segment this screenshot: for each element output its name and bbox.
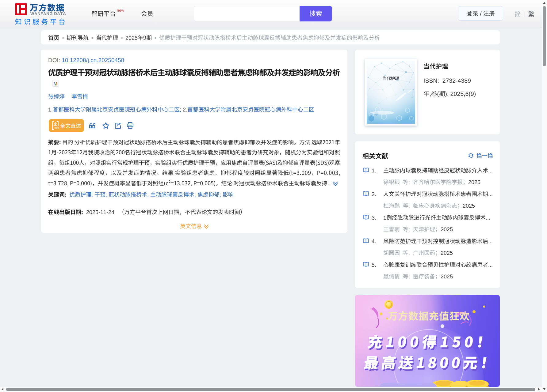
svg-text:free: free xyxy=(55,126,59,130)
